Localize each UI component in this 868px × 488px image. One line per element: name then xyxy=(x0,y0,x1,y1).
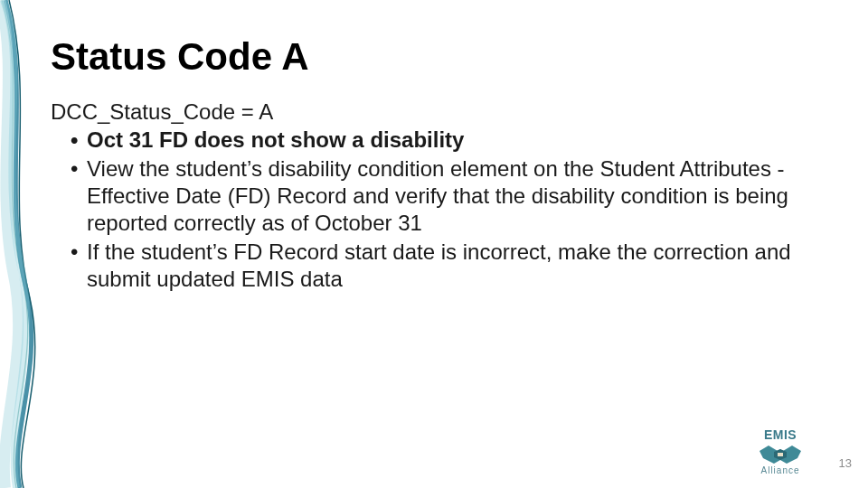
page-number: 13 xyxy=(839,456,852,470)
bullet-item: If the student’s FD Record start date is… xyxy=(71,239,832,293)
logo-line1: EMIS xyxy=(747,428,814,441)
emis-alliance-logo: EMIS Alliance xyxy=(747,428,814,475)
intro-line: DCC_Status_Code = A xyxy=(51,99,832,125)
bullet-list: Oct 31 FD does not show a disability Vie… xyxy=(71,127,832,293)
bullet-item: Oct 31 FD does not show a disability xyxy=(71,127,832,154)
logo-line2: Alliance xyxy=(747,466,814,475)
bullet-item: View the student’s disability condition … xyxy=(71,155,832,237)
handshake-icon xyxy=(756,442,805,465)
decorative-ribbon xyxy=(0,0,36,488)
slide-title: Status Code A xyxy=(51,36,832,78)
slide-content: Status Code A DCC_Status_Code = A Oct 31… xyxy=(51,36,832,295)
